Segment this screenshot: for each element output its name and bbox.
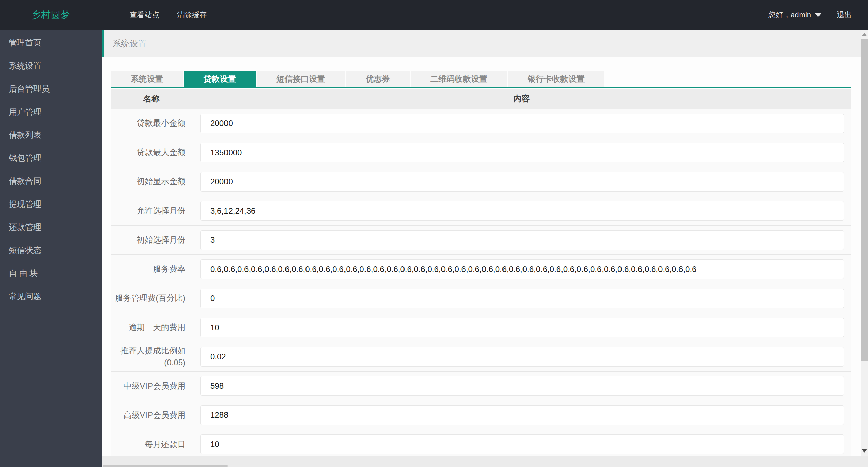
table-row: 允许选择月份 <box>111 196 851 226</box>
sidebar-item[interactable]: 借款列表 <box>0 123 102 147</box>
setting-value-input[interactable] <box>200 172 844 192</box>
setting-label: 中级VIP会员费用 <box>111 372 192 401</box>
bottom-strip <box>102 456 868 467</box>
table-row: 贷款最大金额 <box>111 138 851 167</box>
sidebar-item[interactable]: 钱包管理 <box>0 147 102 170</box>
setting-value-cell <box>192 138 851 167</box>
setting-value-cell <box>192 342 851 371</box>
logout-button[interactable]: 退出 <box>837 10 852 20</box>
setting-value-input[interactable] <box>200 376 844 396</box>
table-row: 初始选择月份 <box>111 226 851 255</box>
setting-value-cell <box>192 313 851 342</box>
setting-value-input[interactable] <box>200 289 844 308</box>
table-header-row: 名称 内容 <box>111 89 851 109</box>
sidebar-item[interactable]: 短信状态 <box>0 239 102 262</box>
setting-value-cell <box>192 226 851 254</box>
horizontal-scrollbar-thumb[interactable] <box>103 465 228 467</box>
column-header-name: 名称 <box>111 89 192 109</box>
setting-label: 逾期一天的费用 <box>111 313 192 342</box>
setting-label: 贷款最大金额 <box>111 138 192 167</box>
setting-label: 服务管理费(百分比) <box>111 284 192 313</box>
setting-label: 推荐人提成比例如(0.05) <box>111 342 192 371</box>
scroll-down-icon[interactable] <box>862 449 867 453</box>
setting-label: 服务费率 <box>111 255 192 284</box>
setting-label: 初始显示金额 <box>111 167 192 196</box>
brand-logo: 乡村圆梦 <box>0 8 102 21</box>
breadcrumb-accent-bar <box>102 30 104 57</box>
tab-item[interactable]: 二维码收款设置 <box>411 71 507 87</box>
tab-item[interactable]: 贷款设置 <box>184 71 256 87</box>
setting-value-cell <box>192 284 851 313</box>
setting-value-input[interactable] <box>200 230 844 250</box>
setting-label: 高级VIP会员费用 <box>111 401 192 430</box>
sidebar: 管理首页 系统设置 后台管理员 用户管理 借款列表 钱包管理 借款合同 提现管理… <box>0 30 102 467</box>
table-body: 贷款最小金额 贷款最大金额 初始显示金额 <box>111 109 851 456</box>
chevron-down-icon <box>815 13 821 17</box>
table-row: 中级VIP会员费用 <box>111 372 851 401</box>
setting-value-cell <box>192 255 851 284</box>
setting-label: 每月还款日 <box>111 430 192 456</box>
sidebar-item[interactable]: 还款管理 <box>0 216 102 239</box>
setting-value-cell <box>192 167 851 196</box>
vertical-scrollbar[interactable] <box>861 30 868 456</box>
sidebar-item[interactable]: 用户管理 <box>0 100 102 123</box>
setting-value-input[interactable] <box>200 114 844 133</box>
setting-value-cell <box>192 430 851 456</box>
sidebar-item[interactable]: 管理首页 <box>0 31 102 54</box>
setting-value-input[interactable] <box>200 434 844 454</box>
sidebar-item[interactable]: 系统设置 <box>0 54 102 77</box>
setting-value-input[interactable] <box>200 259 844 279</box>
top-menu-item[interactable]: 查看站点 <box>121 0 168 30</box>
tab-item[interactable]: 短信接口设置 <box>257 71 345 87</box>
vertical-scrollbar-thumb[interactable] <box>861 39 868 361</box>
sidebar-item[interactable]: 提现管理 <box>0 193 102 216</box>
setting-value-input[interactable] <box>200 318 844 337</box>
sidebar-item[interactable]: 常见问题 <box>0 285 102 308</box>
user-menu[interactable]: 您好，admin <box>768 10 821 20</box>
sidebar-item[interactable]: 借款合同 <box>0 170 102 193</box>
table-row: 贷款最小金额 <box>111 109 851 138</box>
top-menu-item[interactable]: 清除缓存 <box>168 0 216 30</box>
setting-label: 初始选择月份 <box>111 226 192 254</box>
main-content: 系统设置 贷款设置 短信接口设置 优惠券 二维码收款设置 银行卡收款设置 名称 … <box>102 57 861 456</box>
setting-value-input[interactable] <box>200 347 844 367</box>
table-row: 初始显示金额 <box>111 167 851 196</box>
tab-item[interactable]: 系统设置 <box>111 71 183 87</box>
table-row: 逾期一天的费用 <box>111 313 851 342</box>
breadcrumb: 系统设置 <box>104 30 861 57</box>
settings-table: 名称 内容 贷款最小金额 贷款最大金额 <box>111 89 851 456</box>
sidebar-item[interactable]: 后台管理员 <box>0 77 102 100</box>
setting-value-cell <box>192 109 851 138</box>
setting-value-input[interactable] <box>200 201 844 221</box>
greeting-text: 您好，admin <box>768 10 811 20</box>
sidebar-item[interactable]: 自 由 块 <box>0 262 102 285</box>
page-title: 系统设置 <box>113 38 146 49</box>
top-bar: 乡村圆梦 查看站点 清除缓存 您好，admin 退出 <box>0 0 868 30</box>
tab-item[interactable]: 优惠券 <box>346 71 410 87</box>
setting-value-cell <box>192 196 851 225</box>
table-row: 高级VIP会员费用 <box>111 401 851 430</box>
scroll-up-icon[interactable] <box>862 33 867 36</box>
setting-label: 允许选择月份 <box>111 196 192 225</box>
table-row: 推荐人提成比例如(0.05) <box>111 342 851 372</box>
settings-tabs: 系统设置 贷款设置 短信接口设置 优惠券 二维码收款设置 银行卡收款设置 <box>111 71 851 88</box>
setting-value-input[interactable] <box>200 405 844 425</box>
table-row: 每月还款日 <box>111 430 851 456</box>
setting-value-input[interactable] <box>200 143 844 162</box>
table-row: 服务费率 <box>111 255 851 284</box>
tab-item[interactable]: 银行卡收款设置 <box>508 71 604 87</box>
top-bar-right: 您好，admin 退出 <box>768 10 868 20</box>
sidebar-menu: 管理首页 系统设置 后台管理员 用户管理 借款列表 钱包管理 借款合同 提现管理… <box>0 30 102 308</box>
column-header-content: 内容 <box>192 89 851 109</box>
top-menu: 查看站点 清除缓存 <box>121 0 216 30</box>
setting-label: 贷款最小金额 <box>111 109 192 138</box>
table-row: 服务管理费(百分比) <box>111 284 851 313</box>
setting-value-cell <box>192 401 851 430</box>
setting-value-cell <box>192 372 851 401</box>
